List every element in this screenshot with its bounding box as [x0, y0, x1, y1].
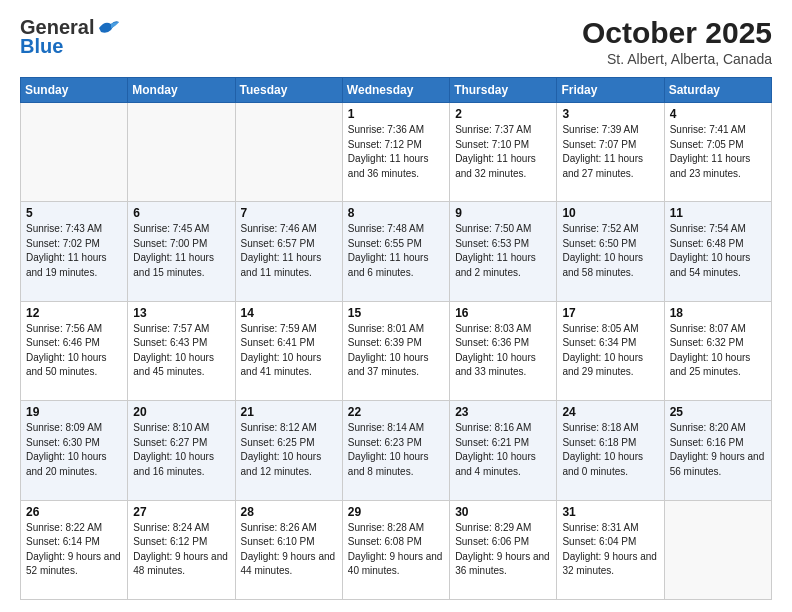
- empty-cell: [128, 103, 235, 202]
- day-cell: 29Sunrise: 8:28 AMSunset: 6:08 PMDayligh…: [342, 500, 449, 599]
- day-cell: 5Sunrise: 7:43 AMSunset: 7:02 PMDaylight…: [21, 202, 128, 301]
- day-info: Sunrise: 8:07 AMSunset: 6:32 PMDaylight:…: [670, 322, 766, 380]
- day-cell: 28Sunrise: 8:26 AMSunset: 6:10 PMDayligh…: [235, 500, 342, 599]
- day-cell: 19Sunrise: 8:09 AMSunset: 6:30 PMDayligh…: [21, 401, 128, 500]
- day-number: 14: [241, 306, 337, 320]
- day-info: Sunrise: 7:36 AMSunset: 7:12 PMDaylight:…: [348, 123, 444, 181]
- calendar-week-row: 5Sunrise: 7:43 AMSunset: 7:02 PMDaylight…: [21, 202, 772, 301]
- day-cell: 3Sunrise: 7:39 AMSunset: 7:07 PMDaylight…: [557, 103, 664, 202]
- calendar-header-row: SundayMondayTuesdayWednesdayThursdayFrid…: [21, 78, 772, 103]
- day-cell: 15Sunrise: 8:01 AMSunset: 6:39 PMDayligh…: [342, 301, 449, 400]
- day-number: 8: [348, 206, 444, 220]
- empty-cell: [664, 500, 771, 599]
- day-cell: 20Sunrise: 8:10 AMSunset: 6:27 PMDayligh…: [128, 401, 235, 500]
- day-number: 2: [455, 107, 551, 121]
- day-of-week-header: Thursday: [450, 78, 557, 103]
- calendar-week-row: 19Sunrise: 8:09 AMSunset: 6:30 PMDayligh…: [21, 401, 772, 500]
- day-info: Sunrise: 8:09 AMSunset: 6:30 PMDaylight:…: [26, 421, 122, 479]
- day-cell: 9Sunrise: 7:50 AMSunset: 6:53 PMDaylight…: [450, 202, 557, 301]
- day-info: Sunrise: 7:54 AMSunset: 6:48 PMDaylight:…: [670, 222, 766, 280]
- day-number: 4: [670, 107, 766, 121]
- day-number: 31: [562, 505, 658, 519]
- day-number: 22: [348, 405, 444, 419]
- day-info: Sunrise: 8:18 AMSunset: 6:18 PMDaylight:…: [562, 421, 658, 479]
- day-cell: 7Sunrise: 7:46 AMSunset: 6:57 PMDaylight…: [235, 202, 342, 301]
- day-info: Sunrise: 8:26 AMSunset: 6:10 PMDaylight:…: [241, 521, 337, 579]
- calendar-week-row: 26Sunrise: 8:22 AMSunset: 6:14 PMDayligh…: [21, 500, 772, 599]
- location: St. Albert, Alberta, Canada: [582, 51, 772, 67]
- day-of-week-header: Saturday: [664, 78, 771, 103]
- day-number: 1: [348, 107, 444, 121]
- day-info: Sunrise: 7:56 AMSunset: 6:46 PMDaylight:…: [26, 322, 122, 380]
- day-info: Sunrise: 8:10 AMSunset: 6:27 PMDaylight:…: [133, 421, 229, 479]
- day-number: 15: [348, 306, 444, 320]
- day-number: 16: [455, 306, 551, 320]
- day-number: 7: [241, 206, 337, 220]
- day-info: Sunrise: 8:31 AMSunset: 6:04 PMDaylight:…: [562, 521, 658, 579]
- day-of-week-header: Monday: [128, 78, 235, 103]
- title-block: October 2025 St. Albert, Alberta, Canada: [582, 16, 772, 67]
- day-number: 27: [133, 505, 229, 519]
- day-info: Sunrise: 7:46 AMSunset: 6:57 PMDaylight:…: [241, 222, 337, 280]
- day-of-week-header: Wednesday: [342, 78, 449, 103]
- day-info: Sunrise: 8:28 AMSunset: 6:08 PMDaylight:…: [348, 521, 444, 579]
- day-number: 29: [348, 505, 444, 519]
- day-number: 25: [670, 405, 766, 419]
- day-number: 13: [133, 306, 229, 320]
- day-number: 9: [455, 206, 551, 220]
- day-info: Sunrise: 7:50 AMSunset: 6:53 PMDaylight:…: [455, 222, 551, 280]
- day-of-week-header: Friday: [557, 78, 664, 103]
- day-cell: 11Sunrise: 7:54 AMSunset: 6:48 PMDayligh…: [664, 202, 771, 301]
- day-info: Sunrise: 7:59 AMSunset: 6:41 PMDaylight:…: [241, 322, 337, 380]
- logo-blue: Blue: [20, 35, 63, 58]
- day-cell: 4Sunrise: 7:41 AMSunset: 7:05 PMDaylight…: [664, 103, 771, 202]
- day-of-week-header: Tuesday: [235, 78, 342, 103]
- day-cell: 21Sunrise: 8:12 AMSunset: 6:25 PMDayligh…: [235, 401, 342, 500]
- day-info: Sunrise: 7:43 AMSunset: 7:02 PMDaylight:…: [26, 222, 122, 280]
- page: General Blue October 2025 St. Albert, Al…: [0, 0, 792, 612]
- day-cell: 22Sunrise: 8:14 AMSunset: 6:23 PMDayligh…: [342, 401, 449, 500]
- empty-cell: [21, 103, 128, 202]
- day-number: 11: [670, 206, 766, 220]
- day-cell: 25Sunrise: 8:20 AMSunset: 6:16 PMDayligh…: [664, 401, 771, 500]
- day-cell: 23Sunrise: 8:16 AMSunset: 6:21 PMDayligh…: [450, 401, 557, 500]
- day-info: Sunrise: 7:39 AMSunset: 7:07 PMDaylight:…: [562, 123, 658, 181]
- day-number: 6: [133, 206, 229, 220]
- day-number: 19: [26, 405, 122, 419]
- day-number: 28: [241, 505, 337, 519]
- day-cell: 12Sunrise: 7:56 AMSunset: 6:46 PMDayligh…: [21, 301, 128, 400]
- day-cell: 13Sunrise: 7:57 AMSunset: 6:43 PMDayligh…: [128, 301, 235, 400]
- day-cell: 18Sunrise: 8:07 AMSunset: 6:32 PMDayligh…: [664, 301, 771, 400]
- day-info: Sunrise: 7:57 AMSunset: 6:43 PMDaylight:…: [133, 322, 229, 380]
- day-number: 23: [455, 405, 551, 419]
- day-cell: 31Sunrise: 8:31 AMSunset: 6:04 PMDayligh…: [557, 500, 664, 599]
- day-info: Sunrise: 8:03 AMSunset: 6:36 PMDaylight:…: [455, 322, 551, 380]
- day-number: 24: [562, 405, 658, 419]
- calendar-week-row: 12Sunrise: 7:56 AMSunset: 6:46 PMDayligh…: [21, 301, 772, 400]
- day-info: Sunrise: 7:37 AMSunset: 7:10 PMDaylight:…: [455, 123, 551, 181]
- empty-cell: [235, 103, 342, 202]
- day-info: Sunrise: 8:20 AMSunset: 6:16 PMDaylight:…: [670, 421, 766, 479]
- day-number: 18: [670, 306, 766, 320]
- day-info: Sunrise: 8:24 AMSunset: 6:12 PMDaylight:…: [133, 521, 229, 579]
- calendar-table: SundayMondayTuesdayWednesdayThursdayFrid…: [20, 77, 772, 600]
- day-cell: 10Sunrise: 7:52 AMSunset: 6:50 PMDayligh…: [557, 202, 664, 301]
- day-info: Sunrise: 8:05 AMSunset: 6:34 PMDaylight:…: [562, 322, 658, 380]
- day-number: 21: [241, 405, 337, 419]
- day-info: Sunrise: 7:48 AMSunset: 6:55 PMDaylight:…: [348, 222, 444, 280]
- day-cell: 14Sunrise: 7:59 AMSunset: 6:41 PMDayligh…: [235, 301, 342, 400]
- day-cell: 26Sunrise: 8:22 AMSunset: 6:14 PMDayligh…: [21, 500, 128, 599]
- day-info: Sunrise: 8:14 AMSunset: 6:23 PMDaylight:…: [348, 421, 444, 479]
- day-number: 20: [133, 405, 229, 419]
- day-cell: 8Sunrise: 7:48 AMSunset: 6:55 PMDaylight…: [342, 202, 449, 301]
- day-cell: 30Sunrise: 8:29 AMSunset: 6:06 PMDayligh…: [450, 500, 557, 599]
- day-cell: 2Sunrise: 7:37 AMSunset: 7:10 PMDaylight…: [450, 103, 557, 202]
- day-cell: 16Sunrise: 8:03 AMSunset: 6:36 PMDayligh…: [450, 301, 557, 400]
- day-cell: 1Sunrise: 7:36 AMSunset: 7:12 PMDaylight…: [342, 103, 449, 202]
- day-info: Sunrise: 7:45 AMSunset: 7:00 PMDaylight:…: [133, 222, 229, 280]
- day-number: 12: [26, 306, 122, 320]
- day-number: 10: [562, 206, 658, 220]
- month-title: October 2025: [582, 16, 772, 49]
- day-cell: 27Sunrise: 8:24 AMSunset: 6:12 PMDayligh…: [128, 500, 235, 599]
- day-info: Sunrise: 7:41 AMSunset: 7:05 PMDaylight:…: [670, 123, 766, 181]
